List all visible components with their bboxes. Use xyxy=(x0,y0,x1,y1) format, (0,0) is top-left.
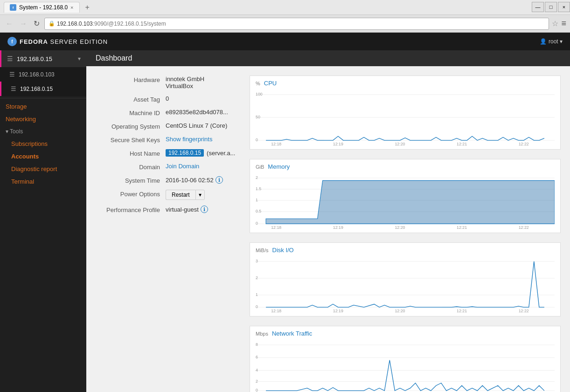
hardware-model: VirtualBox xyxy=(166,83,236,89)
disk-unit: MiB/s xyxy=(256,248,269,253)
domain-row: Domain Join Domain xyxy=(96,163,236,171)
svg-text:12:22: 12:22 xyxy=(519,225,529,229)
svg-text:50: 50 xyxy=(256,115,260,119)
time-value-container: 2016-10-06 02:52 ℹ xyxy=(166,176,236,184)
memory-chart-section: GiB Memory xyxy=(250,159,561,233)
sidebar-host-primary[interactable]: ☰ 192.168.0.15 ▾ xyxy=(0,50,86,67)
sidebar-diagnostic-label: Diagnostic report xyxy=(11,165,57,172)
forward-button[interactable]: → xyxy=(18,19,29,29)
sidebar-item-terminal[interactable]: Terminal xyxy=(0,175,86,188)
hardware-label: Hardware xyxy=(96,76,166,83)
disk-chart-section: MiB/s Disk I/O 3 xyxy=(250,242,561,316)
svg-text:12:18: 12:18 xyxy=(271,309,281,312)
restart-dropdown-button[interactable]: ▾ xyxy=(195,190,205,200)
svg-text:12:22: 12:22 xyxy=(519,309,529,312)
svg-text:12:21: 12:21 xyxy=(457,225,467,229)
sidebar-host-15[interactable]: ☰ 192.168.0.15 xyxy=(0,82,86,96)
new-tab-button[interactable]: + xyxy=(80,1,95,14)
sidebar-item-subscriptions[interactable]: Subscriptions xyxy=(0,138,86,150)
main-header: Dashboard xyxy=(86,50,570,66)
profile-info-icon[interactable]: ℹ xyxy=(201,206,208,213)
memory-chart-title: GiB Memory xyxy=(256,163,555,170)
svg-text:12:20: 12:20 xyxy=(395,142,405,145)
ssl-icon: 🔒 xyxy=(49,21,55,27)
network-chart-section: Mbps Network Traffic xyxy=(250,326,561,392)
url-host: 192.168.0.103 xyxy=(57,21,93,27)
sidebar-item-networking[interactable]: Networking xyxy=(0,113,86,125)
svg-text:1: 1 xyxy=(256,198,258,202)
memory-chart: 2 1.5 1 0.5 0 12:18 12:19 12:20 xyxy=(256,173,555,229)
favicon: f xyxy=(10,4,16,11)
svg-text:1: 1 xyxy=(256,292,258,297)
sidebar-storage-label: Storage xyxy=(6,103,27,110)
svg-text:12:21: 12:21 xyxy=(457,142,467,145)
ssh-fingerprints-link[interactable]: Show fingerprints xyxy=(166,136,236,143)
asset-tag-row: Asset Tag 0 xyxy=(96,95,236,103)
app-title: FEDORA SERVER EDITION xyxy=(20,38,108,45)
tab-title: System - 192.168.0 xyxy=(19,4,68,11)
join-domain-link[interactable]: Join Domain xyxy=(166,163,236,170)
sidebar-host-103[interactable]: ☰ 192.168.0.103 xyxy=(0,67,86,82)
bookmark-button[interactable]: ☆ xyxy=(552,19,558,28)
power-options: Restart ▾ xyxy=(166,190,236,200)
cpu-chart-section: % CPU 100 50 xyxy=(250,76,561,150)
machine-id-value: e892835e82db4d078... xyxy=(166,109,236,116)
time-info-icon[interactable]: ℹ xyxy=(215,176,223,184)
svg-text:2: 2 xyxy=(256,379,258,384)
power-row: Power Options Restart ▾ xyxy=(96,190,236,200)
cpu-unit: % xyxy=(256,81,260,86)
cpu-chart-svg: 100 50 0 12:18 12:19 12:20 12:21 12:2 xyxy=(256,89,555,145)
svg-text:12:18: 12:18 xyxy=(271,225,281,229)
charts-panel: % CPU 100 50 xyxy=(250,76,561,392)
network-chart: 8 6 4 2 0 12:18 12:19 12:20 xyxy=(256,340,555,392)
hostname-rest: (server.a... xyxy=(207,150,235,157)
sidebar-host-15-label: 192.168.0.15 xyxy=(20,86,53,92)
sidebar-arrow-icon: ▾ xyxy=(78,55,81,62)
refresh-button[interactable]: ↻ xyxy=(32,18,42,29)
sidebar-item-accounts[interactable]: Accounts xyxy=(0,150,86,163)
browser-menu-button[interactable]: ≡ xyxy=(561,19,566,28)
sidebar: ☰ 192.168.0.15 ▾ ☰ 192.168.0.103 ☰ 192.1… xyxy=(0,50,86,392)
hostname-label: Host Name xyxy=(96,149,166,157)
sidebar-tools-label: ▾ Tools xyxy=(6,128,23,135)
tab-close-btn[interactable]: × xyxy=(70,5,73,10)
page-title: Dashboard xyxy=(96,54,132,62)
asset-tag-value: 0 xyxy=(166,95,236,102)
sidebar-item-storage[interactable]: Storage xyxy=(0,100,86,113)
profile-row: Performance Profile virtual-guest ℹ xyxy=(96,206,236,213)
back-button[interactable]: ← xyxy=(4,19,15,29)
ssh-row: Secure Shell Keys Show fingerprints xyxy=(96,136,236,144)
time-label: System Time xyxy=(96,176,166,184)
machine-id-row: Machine ID e892835e82db4d078... xyxy=(96,109,236,117)
time-value[interactable]: 2016-10-06 02:52 xyxy=(166,177,214,184)
window-minimize-button[interactable]: — xyxy=(532,2,544,12)
profile-label: Performance Profile xyxy=(96,206,166,213)
network-title: Network Traffic xyxy=(272,330,312,337)
sidebar-primary-label: 192.168.0.15 xyxy=(17,55,74,62)
fedora-icon: f xyxy=(7,37,17,46)
svg-text:0: 0 xyxy=(256,304,258,309)
sidebar-item-diagnostic[interactable]: Diagnostic report xyxy=(0,163,86,175)
memory-unit: GiB xyxy=(256,164,264,170)
browser-tab[interactable]: f System - 192.168.0 × xyxy=(4,2,80,13)
domain-label: Domain xyxy=(96,163,166,171)
svg-text:12:20: 12:20 xyxy=(395,225,405,229)
svg-text:6: 6 xyxy=(256,355,258,359)
hostname-value: 192.168.0.15 (server.a... xyxy=(166,149,236,157)
user-menu[interactable]: 👤 root ▾ xyxy=(540,38,563,45)
disk-title: Disk I/O xyxy=(272,247,294,254)
sidebar-tools-section[interactable]: ▾ Tools xyxy=(0,125,86,138)
svg-text:4: 4 xyxy=(256,368,258,372)
svg-text:12:19: 12:19 xyxy=(333,142,343,145)
sidebar-host-103-label: 192.168.0.103 xyxy=(19,71,55,78)
asset-tag-label: Asset Tag xyxy=(96,95,166,103)
address-bar[interactable]: 🔒 192.168.0.103:9090/@192.168.0.15/syste… xyxy=(44,18,549,30)
restart-button[interactable]: Restart xyxy=(166,190,195,200)
sidebar-networking-label: Networking xyxy=(6,116,36,123)
window-close-button[interactable]: × xyxy=(558,2,570,12)
window-maximize-button[interactable]: □ xyxy=(545,2,557,12)
hardware-vendor: innotek GmbH xyxy=(166,76,236,83)
svg-text:3: 3 xyxy=(256,259,258,263)
profile-value[interactable]: virtual-guest xyxy=(166,206,199,213)
network-chart-svg: 8 6 4 2 0 12:18 12:19 12:20 xyxy=(256,340,555,392)
